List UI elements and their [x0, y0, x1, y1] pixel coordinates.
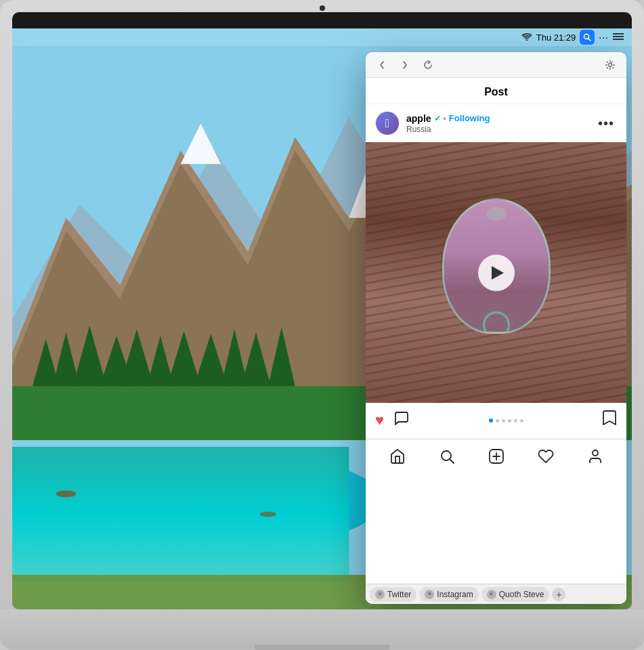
tab-instagram-close[interactable]: ✕	[425, 590, 434, 599]
post-image[interactable]	[366, 142, 626, 403]
camera-dot	[320, 5, 325, 11]
tab-instagram-label: Instagram	[437, 590, 473, 599]
comment-button[interactable]	[393, 410, 410, 431]
post-header: Post	[366, 78, 626, 104]
tab-twitter[interactable]: ✕ Twitter	[370, 587, 416, 602]
tab-twitter-label: Twitter	[387, 590, 411, 599]
post-more-button[interactable]: •••	[595, 113, 617, 134]
reader-panel: Post  apple	[366, 52, 626, 604]
instagram-nav	[366, 439, 626, 473]
menubar-right: Thu 21:29 ···	[521, 30, 624, 45]
menu-bar: Thu 21:29 ···	[12, 28, 632, 46]
carousel-dot-4	[508, 419, 511, 422]
desktop: Thu 21:29 ···	[12, 28, 632, 609]
post-actions-left: ♥	[375, 410, 410, 431]
carousel-dot-3	[502, 419, 505, 422]
svg-point-31	[609, 63, 612, 66]
nav-heart-button[interactable]	[532, 443, 559, 470]
post-title: Post	[484, 86, 508, 98]
username[interactable]: apple	[406, 113, 431, 124]
post-actions-bar: ♥	[366, 403, 626, 439]
like-button[interactable]: ♥	[375, 412, 384, 429]
tab-quoth-steve[interactable]: ✕ Quoth Steve	[481, 587, 550, 602]
mac-laptop: Thu 21:29 ···	[0, 0, 644, 650]
svg-point-37	[593, 450, 598, 456]
tabs-bar: ✕ Twitter ✕ Instagram ✕ Quoth Steve +	[366, 584, 626, 604]
tab-twitter-close[interactable]: ✕	[375, 590, 385, 599]
nav-profile-button[interactable]	[582, 443, 609, 470]
back-button[interactable]	[374, 57, 390, 73]
menubar-time: Thu 21:29	[536, 32, 576, 43]
nav-search-button[interactable]	[433, 443, 460, 470]
svg-point-23	[56, 491, 77, 498]
wifi-icon	[521, 32, 532, 43]
carousel-dots	[489, 418, 523, 422]
svg-point-25	[525, 39, 528, 41]
svg-rect-21	[12, 447, 349, 582]
tab-instagram[interactable]: ✕ Instagram	[419, 587, 478, 602]
settings-button[interactable]	[602, 57, 618, 73]
svg-line-33	[450, 459, 454, 463]
following-label[interactable]: Following	[449, 113, 490, 123]
tab-quoth-steve-label: Quoth Steve	[499, 590, 544, 599]
panel-toolbar	[366, 52, 626, 78]
verified-badge: ✓	[434, 114, 441, 123]
dot-separator: •	[444, 114, 446, 123]
mac-bottom-bezel	[0, 609, 644, 650]
play-button[interactable]	[478, 255, 515, 291]
toolbar-navigation	[374, 57, 436, 73]
mac-foot	[255, 645, 390, 650]
username-row: apple ✓ • Following	[406, 113, 490, 124]
add-tab-button[interactable]: +	[552, 588, 565, 601]
screen-bezel: Thu 21:29 ···	[12, 12, 632, 609]
refresh-button[interactable]	[420, 57, 436, 73]
menubar-list-icon[interactable]	[613, 31, 624, 43]
nav-add-button[interactable]	[483, 443, 510, 470]
carousel-dot-6	[520, 419, 523, 422]
carousel-dot-5	[514, 419, 517, 422]
user-info: apple ✓ • Following Russia	[406, 113, 490, 134]
menubar-more-icon[interactable]: ···	[599, 32, 609, 43]
user-avatar[interactable]: 	[375, 111, 400, 135]
bookmark-button[interactable]	[602, 410, 617, 431]
post-location: Russia	[406, 125, 490, 134]
carousel-dot-1	[489, 418, 493, 422]
post-content[interactable]:  apple ✓ • Following Russia	[366, 104, 626, 584]
forward-button[interactable]	[397, 57, 413, 73]
nav-home-button[interactable]	[384, 443, 411, 470]
user-info-left:  apple ✓ • Following Russia	[375, 111, 490, 135]
carousel-dot-2	[496, 419, 499, 422]
post-user-row:  apple ✓ • Following Russia	[366, 104, 626, 142]
tab-quoth-steve-close[interactable]: ✕	[487, 590, 496, 599]
play-triangle-icon	[492, 266, 504, 280]
menubar-search-button[interactable]	[580, 30, 595, 45]
svg-line-27	[588, 39, 591, 41]
svg-point-24	[260, 511, 276, 517]
